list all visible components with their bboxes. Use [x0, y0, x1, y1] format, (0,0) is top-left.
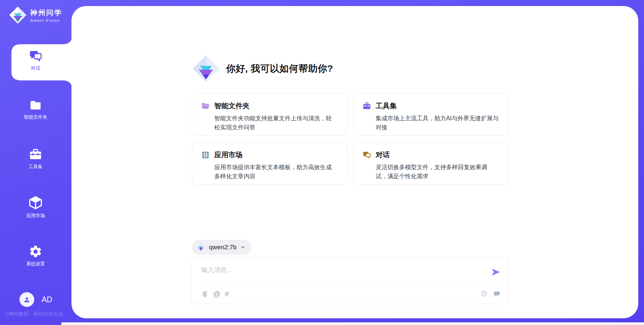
gear-icon [29, 245, 43, 259]
feature-cards: 智能文件夹 智能文件夹功能支持批量文件上传与清洗，轻松实现文件问答 工具集 集成… [192, 93, 508, 185]
main-panel: 你好, 我可以如何帮助你? 智能文件夹 智能文件夹功能支持批量文件上传与清洗，轻… [71, 6, 638, 318]
card-toolset[interactable]: 工具集 集成市场上主流工具，助力AI与外界无缝扩展与对接 [353, 93, 508, 136]
copyright: ©神州数码 · 神州问学出品 [5, 311, 63, 317]
greeting: 你好, 我可以如何帮助你? [192, 55, 333, 83]
folder-icon [29, 99, 42, 112]
model-selector[interactable]: qwen2:7b [192, 240, 252, 255]
model-name: qwen2:7b [209, 244, 236, 251]
diamond-logo-icon [192, 55, 220, 83]
history-icon[interactable] [480, 290, 488, 298]
sidebar-item-settings[interactable]: 系统设置 [0, 245, 71, 267]
chevron-down-icon [240, 245, 246, 250]
briefcase-icon [29, 147, 43, 161]
sidebar-item-market[interactable]: 应用市场 [0, 195, 71, 219]
user-profile[interactable]: AD [19, 292, 52, 307]
card-description: 应用市场提供丰富长文本模板，助力高效生成多样化文章内容 [214, 163, 337, 181]
user-name: AD [42, 295, 52, 304]
chat-icon [362, 150, 371, 159]
diamond-logo-icon [197, 243, 205, 252]
sidebar-item-label: 系统设置 [26, 261, 45, 267]
grid-icon [201, 150, 210, 159]
paperclip-icon[interactable] [201, 290, 209, 298]
sidebar-item-label: 智能文件夹 [24, 114, 47, 120]
card-chat[interactable]: 对话 灵活切换多模型文件，支持多样回复效果调试，满足个性化需求 [353, 142, 508, 185]
sidebar-item-chat[interactable]: 对话 [0, 49, 71, 71]
card-title: 对话 [376, 150, 499, 159]
card-smart-folder[interactable]: 智能文件夹 智能文件夹功能支持批量文件上传与清洗，轻松实现文件问答 [192, 93, 347, 136]
card-title: 应用市场 [214, 150, 337, 159]
sidebar-item-label: 应用市场 [26, 213, 45, 219]
greeting-title: 你好, 我可以如何帮助你? [226, 62, 333, 75]
user-avatar-icon [22, 295, 31, 304]
briefcase-icon [362, 102, 371, 111]
horizontal-scrollbar[interactable] [61, 322, 644, 325]
at-icon[interactable]: @ [213, 290, 220, 299]
avatar [19, 292, 34, 307]
cube-icon [28, 195, 43, 210]
sidebar-item-label: 对话 [31, 65, 40, 71]
sidebar-item-tools[interactable]: 工具集 [0, 147, 71, 170]
card-description: 灵活切换多模型文件，支持多样回复效果调试，满足个性化需求 [376, 163, 499, 181]
composer-divider [201, 284, 499, 284]
card-description: 集成市场上主流工具，助力AI与外界无缝扩展与对接 [376, 114, 499, 132]
sidebar-item-label: 工具集 [29, 164, 43, 170]
send-icon[interactable] [491, 267, 501, 277]
sidebar-item-folders[interactable]: 智能文件夹 [0, 99, 71, 120]
chat-bubble-icon[interactable] [493, 290, 501, 298]
card-title: 工具集 [376, 101, 499, 111]
card-title: 智能文件夹 [214, 101, 337, 111]
chat-icon [29, 49, 43, 63]
card-app-market[interactable]: 应用市场 应用市场提供丰富长文本模板，助力高效生成多样化文章内容 [192, 142, 347, 185]
folder-open-icon [201, 102, 210, 111]
hash-icon[interactable]: # [225, 290, 229, 299]
message-composer: @ # [192, 257, 508, 304]
card-description: 智能文件夹功能支持批量文件上传与清洗，轻松实现文件问答 [214, 114, 337, 132]
